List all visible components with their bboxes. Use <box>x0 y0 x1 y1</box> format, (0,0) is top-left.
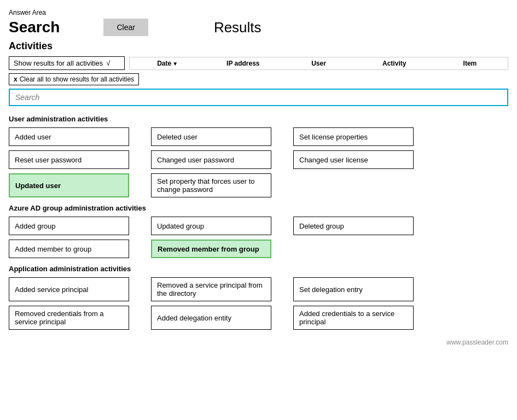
clear-all-label: Clear all to show results for all activi… <box>20 75 134 83</box>
col-header-date: Date <box>130 59 205 68</box>
activity-button[interactable]: Updated group <box>151 217 271 235</box>
clear-button[interactable]: Clear <box>103 19 148 36</box>
activity-button[interactable]: Added member to group <box>9 240 129 258</box>
watermark: www.passleader.com <box>9 339 508 346</box>
activity-button[interactable]: Removed credentials from a service princ… <box>9 306 129 330</box>
results-title: Results <box>214 19 262 36</box>
col-header-ip: IP address <box>205 59 281 68</box>
activity-button[interactable]: Added credentials to a service principal <box>293 306 414 330</box>
activity-button[interactable]: Changed user password <box>151 150 271 169</box>
clear-all-tag[interactable]: x Clear all to show results for all acti… <box>9 73 139 85</box>
filter-dropdown[interactable]: Show results for all activities √ <box>9 56 125 70</box>
answer-area-label: Answer Area <box>9 9 508 16</box>
activity-button[interactable]: Set delegation entry <box>293 277 414 301</box>
activity-button[interactable]: Added user <box>9 127 129 146</box>
col-header-item: Item <box>432 59 508 68</box>
azure-ad-section-title: Azure AD group administration activities <box>9 204 508 212</box>
azure-ad-grid: Added groupUpdated groupDeleted groupAdd… <box>9 217 508 258</box>
activity-button[interactable]: Added service principal <box>9 277 129 301</box>
x-icon: x <box>14 75 18 83</box>
search-input[interactable] <box>9 89 508 106</box>
col-header-activity: Activity <box>357 59 432 68</box>
activity-button[interactable]: Reset user password <box>9 150 129 169</box>
app-admin-section-title: Application administration activities <box>9 265 508 273</box>
col-header-user: User <box>281 59 356 68</box>
activity-button[interactable]: Deleted group <box>293 217 414 235</box>
column-headers: Date IP address User Activity Item <box>129 57 508 70</box>
activities-title: Activities <box>9 40 508 52</box>
activity-button[interactable]: Added group <box>9 217 129 235</box>
activity-button[interactable]: Removed member from group <box>151 240 271 258</box>
activity-button[interactable]: Changed user license <box>293 150 414 169</box>
activity-button[interactable]: Added delegation entity <box>151 306 271 330</box>
dropdown-check-icon: √ <box>106 59 110 67</box>
activity-button[interactable]: Deleted user <box>151 127 271 146</box>
user-admin-section-title: User administration activities <box>9 115 508 123</box>
app-admin-grid: Added service principalRemoved a service… <box>9 277 508 330</box>
sort-arrow-icon <box>172 60 178 67</box>
activity-button[interactable]: Set license properties <box>293 127 414 146</box>
user-admin-grid: Added userDeleted userSet license proper… <box>9 127 508 197</box>
search-title: Search <box>9 19 60 36</box>
activity-button[interactable]: Updated user <box>9 173 129 197</box>
activity-button[interactable]: Removed a service principal from the dir… <box>151 277 271 301</box>
filter-columns-row: Show results for all activities √ Date I… <box>9 56 508 70</box>
filter-label: Show results for all activities <box>14 59 103 67</box>
activity-button[interactable]: Set property that forces user to change … <box>151 173 271 197</box>
